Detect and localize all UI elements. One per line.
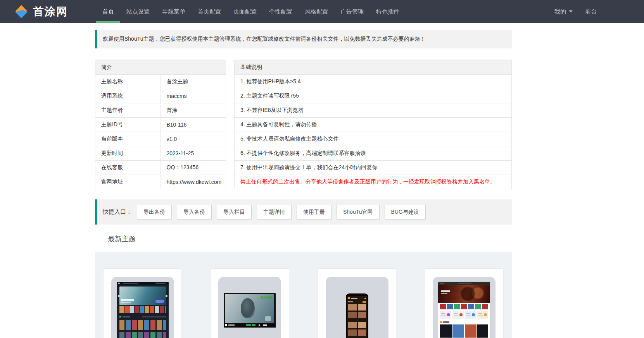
- nav-item-frontend[interactable]: 前台: [579, 0, 603, 23]
- table-row: 7. 使用中出现问题请提交工单，我们会在24小时内回复你: [235, 161, 512, 175]
- nav-item-ad-management[interactable]: 广告管理: [334, 0, 370, 23]
- mock-video-grid: [440, 324, 488, 338]
- mock-feature-cards: [440, 311, 488, 319]
- theme-preview-frame: [111, 277, 174, 338]
- divider-line: [140, 239, 512, 239]
- mock-player-controls: [224, 323, 276, 328]
- table-row: 更新时间2023-11-25: [95, 146, 226, 161]
- import-categories-button[interactable]: 导入栏目: [217, 205, 252, 220]
- theme-preview-frame: [433, 277, 496, 338]
- nav-item-page-config[interactable]: 页面配置: [227, 0, 263, 23]
- nav-item-home[interactable]: 首页: [96, 0, 120, 23]
- theme-name-value: 首涂主题: [161, 75, 226, 89]
- mock-player-screen: 首涂模板: [225, 294, 274, 323]
- welcome-notice-text: 欢迎使用ShouTu主题，您已获得授权使用本主题管理系统，在您配置或修改文件前请…: [103, 36, 426, 43]
- nav-item-site-settings[interactable]: 站点设置: [120, 0, 156, 23]
- nav-item-featured-plugins[interactable]: 特色插件: [370, 0, 406, 23]
- theme-card[interactable]: [425, 268, 504, 338]
- table-row: 主题ID号B10-116: [95, 118, 226, 132]
- export-backup-button[interactable]: 导出备份: [137, 205, 172, 220]
- table-row: 在线客服QQ：123456: [95, 161, 226, 175]
- table-row: 主题作者首涂: [95, 103, 226, 118]
- top-navbar: 首涂网 首页 站点设置 导航菜单 首页配置 页面配置 个性配置 风格配置 广告管…: [0, 0, 644, 23]
- mock-nav-row: [119, 316, 166, 318]
- mock-phone-screen: [347, 296, 367, 338]
- mock-phone-photo-grid: [348, 304, 366, 338]
- mock-feature-card: [440, 311, 451, 319]
- user-manual-button[interactable]: 使用手册: [297, 205, 331, 220]
- navbar-right: 我的 前台: [548, 0, 644, 23]
- logo-icon: [14, 4, 29, 19]
- theme-card[interactable]: [318, 268, 396, 338]
- mock-topbar: [438, 282, 490, 285]
- brand-title: 首涂网: [33, 4, 68, 19]
- update-date-value: 2023-11-25: [161, 146, 226, 161]
- version-value: v1.0: [161, 132, 226, 146]
- support-qq-value: QQ：123456: [161, 161, 226, 175]
- play-overlay-icon: [265, 316, 271, 321]
- system-value: maccms: [161, 89, 226, 103]
- nav-item-my[interactable]: 我的: [548, 0, 579, 23]
- table-row: 3. 不兼容IE8及以下浏览器: [235, 103, 512, 118]
- mock-phone-header: [348, 297, 366, 300]
- nav-item-personal-config[interactable]: 个性配置: [263, 0, 299, 23]
- import-backup-button[interactable]: 导入备份: [177, 205, 212, 220]
- table-row: 主题名称首涂主题: [95, 75, 226, 89]
- latest-themes-heading: 最新主题: [95, 234, 512, 244]
- instructions-table-header: 基础说明: [235, 60, 512, 75]
- mock-feature-card: [465, 311, 476, 319]
- bug-feedback-button[interactable]: BUG与建议: [385, 205, 426, 220]
- table-row: 禁止任何形式的二次出售、分享他人等侵害作者及正版用户的行为，一经发现取消授权资格…: [235, 175, 512, 189]
- theme-screenshot-dark-movie-site: [117, 282, 169, 338]
- theme-preview-frame: 首涂模板: [218, 277, 281, 338]
- table-row: 当前版本v1.0: [95, 132, 226, 146]
- mock-poster-grid: [119, 320, 166, 338]
- latest-themes-panel: 首涂模板: [95, 252, 512, 338]
- mock-section-header: [440, 321, 488, 323]
- quick-entry-label: 快捷入口：: [103, 208, 132, 216]
- mock-feature-card: [477, 311, 489, 319]
- table-row: 官网地址https://www.dkewl.com: [95, 175, 226, 189]
- mock-feature-card: [452, 311, 464, 319]
- theme-preview-frame: [326, 277, 388, 338]
- license-warning-text: 禁止任何形式的二次出售、分享他人等侵害作者及正版用户的行为，一经发现取消授权资格…: [235, 175, 512, 189]
- theme-card[interactable]: 首涂模板: [211, 268, 289, 338]
- instructions-table: 基础说明 1. 推荐使用PHP版本≥5.4 2. 主题文件读写权限755 3. …: [234, 60, 512, 189]
- player-watermark: 首涂模板: [260, 295, 273, 300]
- shoutu-official-site-button[interactable]: ShouTu官网: [337, 205, 380, 220]
- mock-phone-section-label: [348, 301, 366, 303]
- mock-phone: [346, 293, 368, 338]
- intro-table: 简介 主题名称首涂主题 适用系统maccms 主题作者首涂 主题ID号B10-1…: [95, 60, 226, 189]
- table-row: 1. 推荐使用PHP版本≥5.4: [235, 75, 512, 89]
- theme-id-value: B10-116: [161, 118, 226, 132]
- welcome-notice: 欢迎使用ShouTu主题，您已获得授权使用本主题管理系统，在您配置或修改文件前请…: [95, 30, 512, 48]
- main-nav: 首页 站点设置 导航菜单 首页配置 页面配置 个性配置 风格配置 广告管理 特色…: [96, 0, 406, 23]
- quick-entry-bar: 快捷入口： 导出备份 导入备份 导入栏目 主题详情 使用手册 ShouTu官网 …: [95, 199, 512, 225]
- mock-video-player: 首涂模板: [224, 293, 276, 328]
- nav-item-style-config[interactable]: 风格配置: [299, 0, 334, 23]
- theme-details-button[interactable]: 主题详情: [257, 205, 292, 220]
- table-row: 4. 主题具备可复制性，请勿传播: [235, 118, 512, 132]
- mock-topbar: [117, 282, 169, 285]
- theme-screenshot-light-movie-site: [438, 282, 490, 338]
- nav-item-nav-menu[interactable]: 导航菜单: [156, 0, 192, 23]
- logo[interactable]: 首涂网: [0, 0, 96, 23]
- official-site-value: https://www.dkewl.com: [161, 175, 226, 189]
- mock-hero-banner: [119, 287, 166, 305]
- chevron-down-icon: [569, 10, 573, 14]
- author-value: 首涂: [161, 103, 226, 118]
- latest-themes-title: 最新主题: [104, 234, 140, 244]
- theme-card[interactable]: [103, 268, 182, 338]
- divider-line: [95, 239, 104, 239]
- nav-item-home-config[interactable]: 首页配置: [192, 0, 227, 23]
- main-content: 欢迎使用ShouTu主题，您已获得授权使用本主题管理系统，在您配置或修改文件前请…: [95, 30, 512, 338]
- table-row: 适用系统maccms: [95, 89, 226, 103]
- mock-thumb-strip: [440, 304, 488, 309]
- table-row: 5. 非技术人员请勿私自修改主题核心文件: [235, 132, 512, 146]
- info-tables: 简介 主题名称首涂主题 适用系统maccms 主题作者首涂 主题ID号B10-1…: [95, 60, 512, 189]
- table-row: 2. 主题文件读写权限755: [235, 89, 512, 103]
- intro-table-header: 简介: [95, 60, 226, 75]
- mock-poster-strip: [119, 306, 166, 313]
- table-row: 6. 不提供个性化修改服务，高端定制请联系客服洽谈: [235, 146, 512, 161]
- mock-hero-banner: [438, 285, 490, 303]
